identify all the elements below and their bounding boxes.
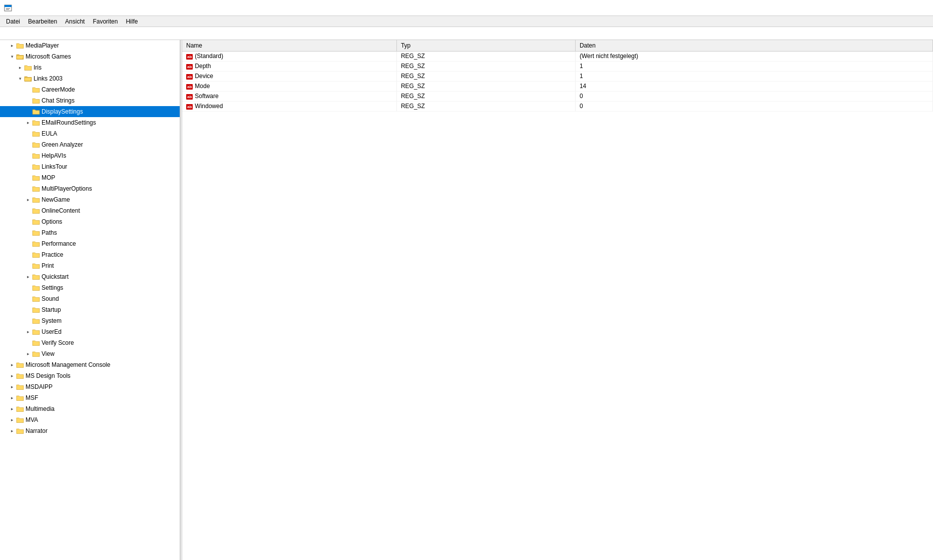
tree-item-label: Options	[42, 218, 62, 225]
expand-button[interactable]: ▾	[16, 75, 24, 83]
tree-item-label: MVA	[26, 416, 38, 423]
tree-item-startup[interactable]: Startup	[0, 304, 180, 315]
tree-item-links-2003[interactable]: ▾ Links 2003	[0, 73, 180, 84]
expand-button[interactable]: ▾	[8, 53, 16, 61]
reg-value-icon: ab	[186, 74, 193, 80]
menu-item-datei[interactable]: Datei	[2, 17, 24, 26]
tree-item-displaysettings[interactable]: DisplaySettings	[0, 106, 180, 117]
tree-item-label: Quickstart	[42, 273, 69, 280]
reg-value-icon: ab	[186, 104, 193, 110]
cell-daten: (Wert nicht festgelegt)	[575, 51, 932, 61]
tree-item-narrator[interactable]: ▸ Narrator	[0, 425, 180, 436]
tree-item-label: DisplaySettings	[42, 108, 83, 115]
expand-button[interactable]: ▸	[8, 405, 16, 413]
tree-item-mva[interactable]: ▸ MVA	[0, 414, 180, 425]
tree-item-label: Practice	[42, 251, 63, 258]
folder-icon	[32, 218, 40, 225]
expand-button[interactable]: ▸	[8, 42, 16, 50]
expand-button[interactable]: ▸	[24, 119, 32, 127]
tree-item-linkstour[interactable]: LinksTour	[0, 161, 180, 172]
tree-item-newgame[interactable]: ▸ NewGame	[0, 194, 180, 205]
tree-item-mediaplayer[interactable]: ▸ MediaPlayer	[0, 40, 180, 51]
tree-item-quickstart[interactable]: ▸ Quickstart	[0, 271, 180, 282]
expand-button[interactable]: ▸	[8, 394, 16, 402]
tree-item-mop[interactable]: MOP	[0, 172, 180, 183]
window-controls	[860, 0, 929, 16]
folder-icon	[32, 273, 40, 280]
close-button[interactable]	[906, 0, 929, 16]
column-header-daten: Daten	[575, 40, 932, 51]
tree-item-options[interactable]: Options	[0, 216, 180, 227]
expand-button[interactable]: ▸	[16, 64, 24, 72]
menu-bar: DateiBearbeitenAnsichtFavoritenHilfe	[0, 16, 933, 27]
registry-table: NameTypDaten ab(Standard)REG_SZ(Wert nic…	[182, 40, 933, 112]
tree-item-msdaipp[interactable]: ▸ MSDAIPP	[0, 381, 180, 392]
tree-item-greenanalyzer[interactable]: Green Analyzer	[0, 139, 180, 150]
folder-icon	[32, 328, 40, 335]
tree-item-paths[interactable]: Paths	[0, 227, 180, 238]
expand-button[interactable]: ▸	[8, 372, 16, 380]
tree-item-msf[interactable]: ▸ MSF	[0, 392, 180, 403]
tree-panel[interactable]: ▸ MediaPlayer▾ Microsoft Games▸ Iris▾ Li…	[0, 40, 180, 560]
tree-item-view[interactable]: ▸ View	[0, 348, 180, 359]
folder-icon	[32, 350, 40, 357]
tree-item-sound[interactable]: Sound	[0, 293, 180, 304]
expand-button[interactable]: ▸	[8, 427, 16, 435]
tree-item-label: MSDAIPP	[26, 383, 53, 390]
tree-item-multiplayeroptions[interactable]: MultiPlayerOptions	[0, 183, 180, 194]
expand-button[interactable]: ▸	[24, 273, 32, 281]
tree-item-label: MOP	[42, 174, 55, 181]
tree-item-label: Green Analyzer	[42, 141, 83, 148]
table-row[interactable]: abSoftwareREG_SZ0	[182, 91, 933, 101]
tree-item-microsoft-games[interactable]: ▾ Microsoft Games	[0, 51, 180, 62]
tree-item-print[interactable]: Print	[0, 260, 180, 271]
table-row[interactable]: ab(Standard)REG_SZ(Wert nicht festgelegt…	[182, 51, 933, 61]
menu-item-hilfe[interactable]: Hilfe	[122, 17, 142, 26]
maximize-button[interactable]	[883, 0, 906, 16]
tree-item-verifyscore[interactable]: Verify Score	[0, 337, 180, 348]
folder-icon	[32, 295, 40, 302]
tree-item-label: LinksTour	[42, 163, 67, 170]
tree-item-label: HelpAVIs	[42, 152, 66, 159]
reg-value-icon: ab	[186, 94, 193, 100]
menu-item-ansicht[interactable]: Ansicht	[61, 17, 89, 26]
tree-item-iris[interactable]: ▸ Iris	[0, 62, 180, 73]
expand-button[interactable]: ▸	[8, 361, 16, 369]
tree-item-label: MediaPlayer	[26, 42, 59, 49]
table-row[interactable]: abDeviceREG_SZ1	[182, 71, 933, 81]
tree-item-label: MSF	[26, 394, 38, 401]
menu-item-bearbeiten[interactable]: Bearbeiten	[24, 17, 61, 26]
tree-item-performance[interactable]: Performance	[0, 238, 180, 249]
tree-item-eula[interactable]: EULA	[0, 128, 180, 139]
menu-item-favoriten[interactable]: Favoriten	[89, 17, 122, 26]
expand-button[interactable]: ▸	[8, 416, 16, 424]
tree-item-label: NewGame	[42, 196, 70, 203]
tree-item-chat-strings[interactable]: Chat Strings	[0, 95, 180, 106]
table-row[interactable]: abDepthREG_SZ1	[182, 61, 933, 71]
tree-item-helpavis[interactable]: HelpAVIs	[0, 150, 180, 161]
tree-item-ms-design-tools[interactable]: ▸ MS Design Tools	[0, 370, 180, 381]
folder-icon	[32, 174, 40, 181]
expand-button[interactable]: ▸	[24, 328, 32, 336]
folder-icon	[32, 163, 40, 170]
tree-item-settings[interactable]: Settings	[0, 282, 180, 293]
folder-icon	[24, 75, 32, 82]
cell-daten: 1	[575, 71, 932, 81]
minimize-button[interactable]	[860, 0, 883, 16]
tree-item-label: Print	[42, 262, 54, 269]
expand-button[interactable]: ▸	[24, 196, 32, 204]
table-row[interactable]: abModeREG_SZ14	[182, 81, 933, 91]
tree-item-multimedia[interactable]: ▸ Multimedia	[0, 403, 180, 414]
tree-item-practice[interactable]: Practice	[0, 249, 180, 260]
tree-item-system[interactable]: System	[0, 315, 180, 326]
tree-item-careermode[interactable]: CareerMode	[0, 84, 180, 95]
expand-button[interactable]: ▸	[24, 350, 32, 358]
tree-item-onlinecontent[interactable]: OnlineContent	[0, 205, 180, 216]
table-row[interactable]: abWindowedREG_SZ0	[182, 101, 933, 111]
cell-typ: REG_SZ	[396, 51, 575, 61]
tree-item-usered[interactable]: ▸ UserEd	[0, 326, 180, 337]
tree-item-microsoft-management-console[interactable]: ▸ Microsoft Management Console	[0, 359, 180, 370]
expand-button[interactable]: ▸	[8, 383, 16, 391]
cell-daten: 14	[575, 81, 932, 91]
tree-item-emailroundsettings[interactable]: ▸ EMailRoundSettings	[0, 117, 180, 128]
